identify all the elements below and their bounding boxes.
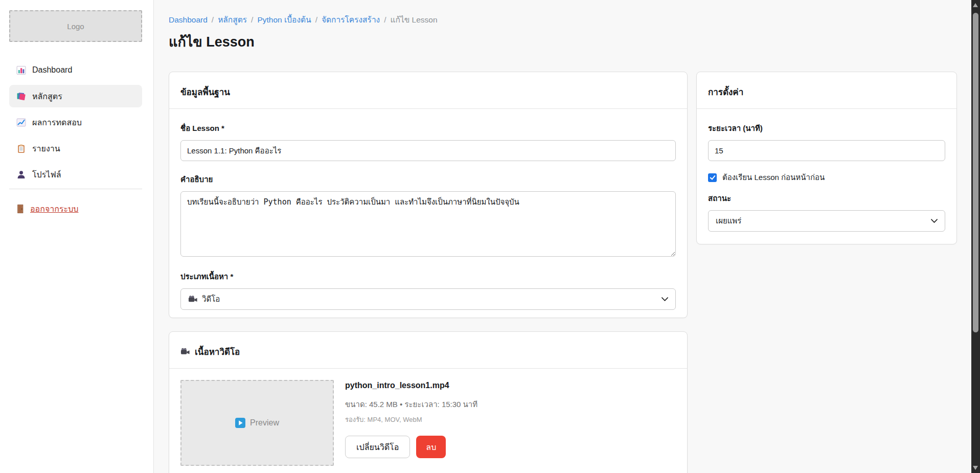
scrollbar-up-arrow[interactable] <box>973 3 978 7</box>
logout-label: ออกจากระบบ <box>30 202 78 215</box>
sidebar-item-test-results[interactable]: ผลการทดสอบ <box>9 111 142 133</box>
breadcrumb-link-structure[interactable]: จัดการโครงสร้าง <box>322 13 380 26</box>
status-label: สถานะ <box>708 192 945 205</box>
content-type-label: ประเภทเนื้อหา * <box>180 271 676 283</box>
description-label: คำอธิบาย <box>180 173 676 186</box>
duration-input[interactable] <box>708 140 945 161</box>
breadcrumb-link-courses[interactable]: หลักสูตร <box>218 13 247 26</box>
sidebar-item-courses[interactable]: หลักสูตร <box>9 85 142 107</box>
settings-card: การตั้งค่า ระยะเวลา (นาที) ต้องเรียน Les… <box>696 72 957 244</box>
person-icon <box>16 170 26 179</box>
prerequisite-label: ต้องเรียน Lesson ก่อนหน้าก่อน <box>722 171 825 184</box>
books-icon <box>16 92 26 101</box>
content-type-value: วิดีโอ <box>202 293 220 305</box>
settings-card-title: การตั้งค่า <box>708 85 743 99</box>
basic-info-card-title: ข้อมูลพื้นฐาน <box>180 85 230 99</box>
breadcrumb-separator: / <box>251 15 253 25</box>
sidebar-divider <box>9 189 142 189</box>
door-icon <box>15 204 25 214</box>
sidebar-item-label: หลักสูตร <box>32 90 62 103</box>
breadcrumb: Dashboard / หลักสูตร / Python เบื้องต้น … <box>169 13 438 26</box>
chevron-down-icon <box>931 219 938 223</box>
prerequisite-checkbox[interactable] <box>708 173 717 182</box>
video-file-info: python_intro_lesson1.mp4 ขนาด: 45.2 MB •… <box>345 380 477 466</box>
status-value: เผยแพร่ <box>716 215 741 227</box>
sidebar: Logo Dashboard หลักสูตร ผลการทดสอบ รายงา… <box>0 0 154 473</box>
logout-link[interactable]: ออกจากระบบ <box>15 202 78 215</box>
breadcrumb-link-course[interactable]: Python เบื้องต้น <box>257 13 311 26</box>
play-icon <box>235 418 245 428</box>
logo-placeholder: Logo <box>9 10 142 42</box>
video-file-supported: รองรับ: MP4, MOV, WebM <box>345 414 477 425</box>
description-textarea[interactable]: บทเรียนนี้จะอธิบายว่า Python คืออะไร ประ… <box>180 191 676 257</box>
lesson-name-input[interactable] <box>180 140 676 161</box>
breadcrumb-link-dashboard[interactable]: Dashboard <box>169 15 208 25</box>
clipboard-icon <box>16 144 26 153</box>
content-type-select[interactable]: วิดีโอ <box>180 288 676 310</box>
chevron-down-icon <box>662 297 668 301</box>
bar-chart-icon <box>16 65 26 75</box>
logo-text: Logo <box>67 22 84 31</box>
basic-info-card-header: ข้อมูลพื้นฐาน <box>169 72 687 109</box>
duration-label: ระยะเวลา (นาที) <box>708 122 945 134</box>
lesson-name-label: ชื่อ Lesson * <box>180 122 676 134</box>
change-video-button[interactable]: เปลี่ยนวิดีโอ <box>345 436 410 458</box>
settings-card-header: การตั้งค่า <box>697 72 956 109</box>
line-chart-icon <box>16 118 26 127</box>
scrollbar-thumb[interactable] <box>973 13 978 332</box>
sidebar-item-reports[interactable]: รายงาน <box>9 137 142 160</box>
video-camera-icon <box>188 295 198 303</box>
sidebar-nav: Dashboard หลักสูตร ผลการทดสอบ รายงาน โปร… <box>9 59 142 189</box>
window-scrollbar <box>971 0 980 473</box>
sidebar-item-label: โปรไฟล์ <box>32 168 61 181</box>
sidebar-item-label: ผลการทดสอบ <box>32 116 82 129</box>
basic-info-card: ข้อมูลพื้นฐาน ชื่อ Lesson * คำอธิบาย บทเ… <box>169 72 688 318</box>
video-content-card: เนื้อหาวิดีโอ Preview python_intro_lesso… <box>169 331 688 473</box>
page-title: แก้ไข Lesson <box>169 31 255 53</box>
video-preview-placeholder: Preview <box>180 380 334 466</box>
video-file-name: python_intro_lesson1.mp4 <box>345 381 477 390</box>
breadcrumb-separator: / <box>384 15 386 25</box>
delete-video-button[interactable]: ลบ <box>416 436 446 458</box>
status-select[interactable]: เผยแพร่ <box>708 210 945 232</box>
sidebar-item-profile[interactable]: โปรไฟล์ <box>9 163 142 186</box>
prerequisite-checkbox-row[interactable]: ต้องเรียน Lesson ก่อนหน้าก่อน <box>708 171 945 184</box>
breadcrumb-separator: / <box>212 15 214 25</box>
preview-label: Preview <box>250 418 279 427</box>
sidebar-item-dashboard[interactable]: Dashboard <box>9 59 142 81</box>
sidebar-item-label: Dashboard <box>32 65 72 75</box>
video-card-title: เนื้อหาวิดีโอ <box>195 345 240 358</box>
breadcrumb-current: แก้ไข Lesson <box>391 13 438 26</box>
video-file-meta: ขนาด: 45.2 MB • ระยะเวลา: 15:30 นาที <box>345 398 477 411</box>
main-content: Dashboard / หลักสูตร / Python เบื้องต้น … <box>154 0 971 473</box>
video-card-header: เนื้อหาวิดีโอ <box>169 332 687 369</box>
scrollbar-down-arrow[interactable] <box>973 466 978 470</box>
video-camera-icon <box>180 347 190 356</box>
breadcrumb-separator: / <box>315 15 317 25</box>
sidebar-item-label: รายงาน <box>32 142 60 155</box>
